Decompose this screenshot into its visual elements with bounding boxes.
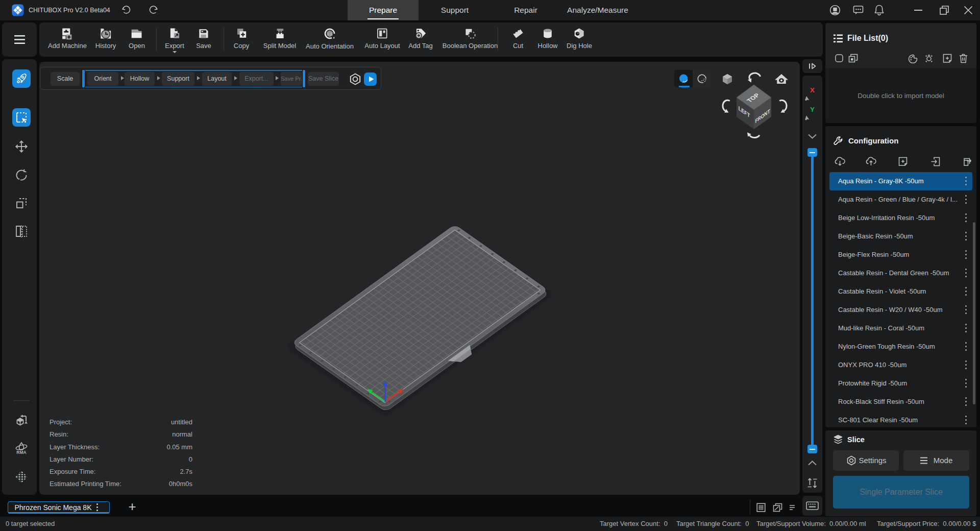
svg-text:RMA: RMA bbox=[16, 450, 26, 455]
